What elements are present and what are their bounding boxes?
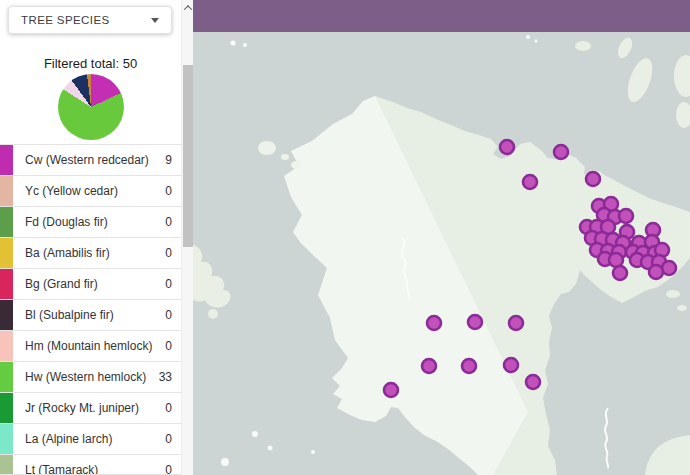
species-count: 0: [165, 277, 172, 291]
map-header-bar: [193, 0, 690, 32]
species-color-swatch: [0, 331, 13, 361]
species-label: Bg (Grand fir): [25, 277, 165, 291]
species-label: Ba (Amabilis fir): [25, 246, 165, 260]
species-pie-chart: [58, 74, 124, 140]
species-row[interactable]: Yc (Yellow cedar)0: [0, 175, 181, 206]
tree-marker[interactable]: [526, 375, 540, 389]
tree-marker[interactable]: [462, 359, 476, 373]
scrollbar-thumb[interactable]: [183, 65, 193, 247]
sidebar-scrollbar[interactable]: [181, 0, 193, 475]
species-count: 0: [165, 401, 172, 415]
species-count: 0: [165, 339, 172, 353]
filter-sidebar: TREE SPECIES Filtered total: 50 Cw (West…: [0, 0, 181, 475]
map-terrain: [193, 32, 690, 475]
species-count: 33: [159, 370, 172, 384]
tree-species-dropdown-label: TREE SPECIES: [21, 14, 110, 26]
species-count: 0: [165, 215, 172, 229]
tree-marker[interactable]: [649, 265, 663, 279]
species-color-swatch: [0, 238, 13, 268]
species-color-swatch: [0, 424, 13, 454]
tree-marker[interactable]: [422, 359, 436, 373]
species-label: Hw (Western hemlock): [25, 370, 159, 384]
species-color-swatch: [0, 207, 13, 237]
species-row[interactable]: Hm (Mountain hemlock)0: [0, 330, 181, 361]
tree-marker[interactable]: [500, 140, 514, 154]
species-color-swatch: [0, 269, 13, 299]
species-label: Yc (Yellow cedar): [25, 184, 165, 198]
species-row[interactable]: Bg (Grand fir)0: [0, 268, 181, 299]
tree-marker[interactable]: [384, 383, 398, 397]
species-list: Cw (Western redcedar)9Yc (Yellow cedar)0…: [0, 144, 181, 475]
chevron-down-icon: [151, 18, 159, 23]
species-row[interactable]: Hw (Western hemlock)33: [0, 361, 181, 392]
species-row[interactable]: Ba (Amabilis fir)0: [0, 237, 181, 268]
species-label: Cw (Western redcedar): [25, 153, 165, 167]
species-count: 0: [165, 432, 172, 446]
species-color-swatch: [0, 145, 13, 175]
species-count: 0: [165, 308, 172, 322]
species-color-swatch: [0, 393, 13, 423]
tree-species-dropdown[interactable]: TREE SPECIES: [8, 6, 172, 34]
tree-marker[interactable]: [619, 209, 633, 223]
species-color-swatch: [0, 455, 13, 475]
species-count: 0: [165, 246, 172, 260]
species-row[interactable]: Fd (Douglas fir)0: [0, 206, 181, 237]
species-color-swatch: [0, 176, 13, 206]
tree-marker[interactable]: [509, 316, 523, 330]
species-count: 0: [165, 184, 172, 198]
species-label: La (Alpine larch): [25, 432, 165, 446]
tree-marker[interactable]: [504, 358, 518, 372]
tree-marker[interactable]: [468, 315, 482, 329]
tree-marker[interactable]: [427, 316, 441, 330]
tree-marker[interactable]: [586, 172, 600, 186]
species-color-swatch: [0, 362, 13, 392]
filtered-total-title: Filtered total: 50: [0, 56, 181, 71]
species-label: Fd (Douglas fir): [25, 215, 165, 229]
species-color-swatch: [0, 300, 13, 330]
species-row[interactable]: Jr (Rocky Mt. juniper)0: [0, 392, 181, 423]
tree-marker[interactable]: [523, 175, 537, 189]
species-label: Bl (Subalpine fir): [25, 308, 165, 322]
species-label: Hm (Mountain hemlock): [25, 339, 165, 353]
species-count: 9: [165, 153, 172, 167]
species-row[interactable]: Bl (Subalpine fir)0: [0, 299, 181, 330]
species-row[interactable]: La (Alpine larch)0: [0, 423, 181, 454]
species-row[interactable]: Lt (Tamarack)0: [0, 454, 181, 475]
chevron-up-icon: [184, 5, 192, 13]
map-canvas[interactable]: [193, 0, 690, 475]
tree-marker[interactable]: [554, 145, 568, 159]
species-label: Jr (Rocky Mt. juniper): [25, 401, 165, 415]
species-row[interactable]: Cw (Western redcedar)9: [0, 144, 181, 175]
tree-marker[interactable]: [613, 266, 627, 280]
